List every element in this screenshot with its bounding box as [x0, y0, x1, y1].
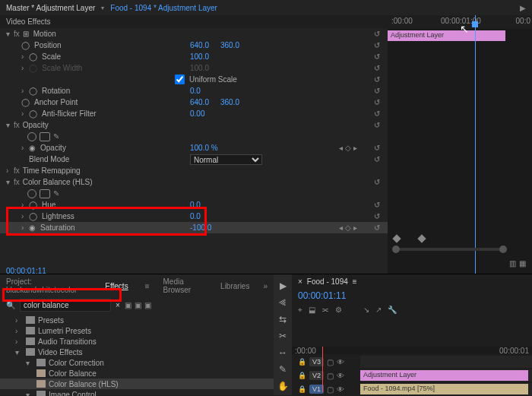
hand-tool[interactable]: ✋ — [277, 381, 289, 391]
fx-badge[interactable]: fx — [14, 178, 20, 186]
reset-icon[interactable]: ↺ — [374, 144, 380, 152]
eye-icon[interactable]: 👁 — [337, 372, 344, 380]
tree-item[interactable]: ›Presets — [0, 315, 274, 325]
anchor-y[interactable]: 360.0 — [220, 98, 239, 106]
mute-icon[interactable]: ▢ — [327, 372, 334, 380]
rotation-value[interactable]: 0.0 — [190, 87, 201, 95]
slip-tool[interactable]: ↔ — [278, 347, 287, 358]
tab-libraries[interactable]: Libraries — [220, 282, 249, 290]
stopwatch-icon[interactable]: ◯ — [21, 41, 30, 49]
reset-icon[interactable]: ↺ — [374, 52, 380, 61]
tab-project[interactable]: Project: blackandwhitetocolor — [6, 277, 91, 294]
opacity-value[interactable]: 100.0 % — [190, 144, 218, 152]
sequence-timecode[interactable]: 00:00:01:11 — [292, 289, 532, 303]
fx-badge[interactable]: fx — [14, 121, 20, 129]
razor-tool[interactable]: ✂ — [279, 331, 287, 341]
reset-icon[interactable]: ↺ — [374, 212, 380, 220]
tab-effects[interactable]: Effects — [105, 282, 128, 290]
overwrite-icon[interactable]: ↗ — [375, 306, 382, 315]
playhead[interactable] — [322, 347, 323, 392]
anchor-x[interactable]: 640.0 — [190, 98, 209, 106]
effects-search-input[interactable] — [20, 299, 111, 312]
marker-icon[interactable]: ⬓ — [309, 306, 315, 315]
play-icon[interactable]: ▶ — [520, 4, 526, 12]
tab-master[interactable]: Master * Adjustment Layer — [6, 4, 95, 12]
tree-item[interactable]: ▾Image Control — [0, 389, 274, 396]
reset-icon[interactable]: ↺ — [374, 41, 380, 49]
tree-item[interactable]: ›Lumetri Presets — [0, 325, 274, 336]
transform-icon[interactable]: ⊞ — [23, 30, 29, 38]
stopwatch-icon[interactable]: ◉ — [29, 223, 36, 232]
chevron-right-icon[interactable]: › — [21, 109, 29, 118]
eye-icon[interactable]: 👁 — [337, 385, 344, 394]
chevron-down-icon[interactable]: ▾ — [6, 121, 14, 129]
preset-icon[interactable]: ▣ — [125, 301, 131, 309]
stopwatch-icon[interactable]: ◯ — [21, 98, 30, 106]
reset-icon[interactable]: ↺ — [374, 109, 380, 118]
zoom-icon[interactable]: ▥ — [509, 259, 516, 268]
stopwatch-icon[interactable]: ◯ — [29, 52, 37, 61]
lock-icon[interactable]: 🔒 — [298, 372, 306, 379]
clip-bar[interactable]: Adjustment Layer — [388, 30, 505, 41]
tree-item[interactable]: Color Balance — [0, 368, 274, 379]
stopwatch-icon[interactable]: ◯ — [29, 212, 37, 220]
track-select-tool[interactable]: ⫷ — [278, 297, 287, 308]
fx-badge[interactable]: fx — [14, 166, 20, 175]
lightness-value[interactable]: 0.0 — [190, 212, 201, 220]
reset-icon[interactable]: ↺ — [374, 178, 380, 186]
stopwatch-icon[interactable]: ◯ — [29, 201, 37, 209]
uniform-scale-checkbox[interactable] — [175, 74, 185, 84]
position-y[interactable]: 360.0 — [220, 41, 239, 49]
hue-value[interactable]: 0.0 — [190, 201, 201, 209]
pen-mask-icon[interactable]: ✎ — [53, 132, 59, 141]
timecode[interactable]: 00:00:01:11 — [0, 264, 388, 274]
flicker-value[interactable]: 0.00 — [190, 109, 204, 118]
chevron-down-icon[interactable]: ▾ — [101, 5, 104, 11]
panel-menu-icon[interactable]: ≡ — [353, 277, 357, 286]
track-body[interactable]: Food - 1094.mp4 [75%] — [360, 383, 532, 395]
tree-item[interactable]: ›Audio Transitions — [0, 336, 274, 347]
chevron-down-icon[interactable]: ▾ — [6, 178, 14, 186]
ripple-tool[interactable]: ⇆ — [279, 314, 287, 325]
scale-value[interactable]: 100.0 — [190, 52, 209, 61]
settings-icon[interactable]: ▦ — [519, 259, 526, 268]
clear-search-icon[interactable]: × — [116, 301, 120, 309]
chevron-right-icon[interactable]: › — [6, 166, 14, 175]
reset-icon[interactable]: ↺ — [374, 30, 380, 38]
reset-icon[interactable]: ↺ — [374, 64, 380, 72]
track-body[interactable]: Adjustment Layer — [360, 369, 532, 382]
ellipse-mask-icon[interactable] — [27, 189, 36, 198]
tree-item[interactable]: Color Balance (HLS) — [0, 379, 274, 389]
close-icon[interactable]: × — [298, 277, 302, 286]
reset-icon[interactable]: ↺ — [374, 75, 380, 84]
preset-icon[interactable]: ▣ — [144, 301, 151, 309]
stopwatch-icon[interactable]: ◯ — [29, 109, 37, 118]
selection-tool[interactable]: ▶ — [280, 280, 287, 291]
chevron-right-icon[interactable]: › — [21, 52, 29, 61]
keyframe-diamond[interactable] — [417, 234, 426, 242]
tab-media-browser[interactable]: Media Browser — [163, 277, 207, 294]
keyframe-diamond[interactable] — [392, 234, 401, 242]
sequence-ruler[interactable]: :00:00 00:00:01 — [292, 347, 532, 354]
chevron-right-icon[interactable]: › — [21, 64, 29, 72]
playhead[interactable] — [475, 15, 476, 274]
pen-tool[interactable]: ✎ — [279, 364, 287, 375]
wrench-icon[interactable]: 🔧 — [388, 306, 397, 315]
clip-food-video[interactable]: Food - 1094.mp4 [75%] — [360, 384, 528, 394]
reset-icon[interactable]: ↺ — [374, 121, 380, 129]
chevron-right-icon[interactable]: › — [21, 201, 29, 209]
rect-mask-icon[interactable] — [40, 189, 50, 198]
settings-icon[interactable]: ⚙ — [335, 306, 342, 315]
ellipse-mask-icon[interactable] — [27, 132, 36, 141]
snap-icon[interactable]: ⌖ — [298, 306, 302, 315]
blend-mode-select[interactable]: Normal — [190, 154, 262, 165]
stopwatch-icon[interactable]: ◉ — [29, 144, 36, 152]
track-body[interactable] — [360, 356, 532, 368]
chevron-down-icon[interactable]: ▾ — [6, 30, 14, 38]
keyframe-nav[interactable]: ◂ ◇ ▸ — [339, 144, 357, 152]
reset-icon[interactable]: ↺ — [374, 201, 380, 209]
saturation-value[interactable]: -100.0 — [190, 223, 211, 232]
chevron-right-icon[interactable]: › — [21, 223, 29, 232]
mute-icon[interactable]: ▢ — [327, 385, 334, 394]
position-x[interactable]: 640.0 — [190, 41, 209, 49]
